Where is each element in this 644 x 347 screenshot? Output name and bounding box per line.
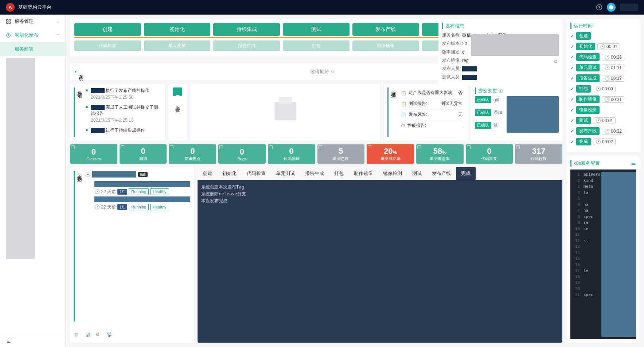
commit-change-card: 提交变更 ⓘ 已确认gitl已确认添加已确认修 (471, 84, 562, 141)
metric-单测成功率[interactable]: 20%单测成功率 (367, 144, 414, 164)
log-tab[interactable]: 完成 (456, 167, 476, 180)
log-tab[interactable]: 代码检查 (242, 167, 271, 180)
help-icon[interactable] (596, 4, 602, 11)
runtime-duration: 🕐00:31 (602, 96, 624, 103)
runtime-title: 运行时间 (570, 23, 636, 29)
log-tab[interactable]: 打包 (329, 167, 349, 180)
runtime-item: ✓发布产线🕐00:32 (570, 127, 636, 135)
k8s-code-editor[interactable]: 1apiVersion: apps/2kind3meta4 la56 na7 n… (570, 169, 636, 339)
runtime-duration: 🕐00:32 (602, 128, 624, 134)
sidebar-item-label: 服务部署 (15, 46, 59, 52)
release-info-row: 发布镜像:reg (442, 57, 559, 63)
app-title: 基础架构云平台 (18, 4, 51, 11)
commit-title: 提交变更 ⓘ (475, 87, 559, 94)
log-tab[interactable]: 创建 (198, 167, 217, 180)
svg-rect-3 (7, 20, 8, 21)
metric-代码异味[interactable]: 0代码异味 (268, 144, 315, 164)
tool-icon-4[interactable]: 📡 (106, 332, 114, 339)
service-node[interactable]: 🕐 22 天前1/1RunningHealthy (94, 196, 190, 210)
chevron-up-icon: ⌃ (56, 34, 59, 38)
commit-link[interactable]: 修 (493, 122, 498, 128)
metric-代码行数[interactable]: 317代码行数 (515, 144, 562, 164)
runtime-duration: 🕐00:02 (593, 139, 616, 145)
sidebar-item-service-mgmt[interactable]: 服务管理 ⌄ (0, 15, 65, 28)
flow-monitor-card: 流量监控 服务报错 (168, 84, 187, 141)
runtime-item: ✓初始化🕐00:01 (570, 43, 636, 50)
release-info-row: 发布版本:20 (442, 40, 559, 47)
pipeline-step[interactable]: 持续集成 (213, 23, 280, 36)
sidebar-collapse-icon[interactable] (0, 335, 65, 347)
tree-expand-icon[interactable]: − (86, 172, 90, 176)
user-avatar-icon[interactable] (607, 3, 616, 12)
check-icon: ✓ (570, 118, 574, 123)
metric-Bugs[interactable]: 0Bugs (218, 144, 266, 164)
commit-item: 已确认添加 (475, 109, 502, 116)
log-tab[interactable]: 制作镜像 (349, 167, 378, 180)
log-tab[interactable]: 单元测试 (271, 167, 300, 180)
commit-link[interactable]: gitl (493, 97, 499, 102)
metric-单测总数[interactable]: 5单测总数 (317, 144, 365, 164)
check-icon: ✓ (570, 55, 574, 60)
expand-icon[interactable] (631, 161, 636, 166)
metric-复审热点[interactable]: 0复审热点 (169, 144, 216, 164)
runtime-step-tag: 发布产线 (576, 127, 600, 135)
sidebar-item-service-deploy[interactable]: 服务部署 (0, 42, 65, 56)
sidebar-item-smart-release[interactable]: 智能化发布 ⌃ (0, 28, 65, 42)
runtime-step-tag: 完成 (576, 138, 591, 145)
user-name[interactable] (620, 4, 638, 11)
service-error-tab[interactable]: 服务报错 (173, 99, 182, 108)
log-tab[interactable]: 报告生成 (300, 167, 329, 180)
healthy-tag: Healthy (150, 188, 169, 195)
log-tab[interactable]: 镜像检测 (378, 167, 407, 180)
flow-empty-card (190, 84, 380, 141)
runtime-duration: 🕐00:26 (602, 54, 624, 61)
test-report-row: 📋测试报告:测试无异常 (399, 98, 464, 109)
runtime-duration: 🕐01:11 (602, 65, 624, 71)
healthy-tag: Healthy (150, 204, 169, 210)
tool-icon-2[interactable]: 📊 (85, 332, 92, 339)
log-tab[interactable]: 发布产线 (427, 167, 456, 180)
oplog-card: 操作记录 执行了发布产线的操作2021/3/25下午2:25:50 完成了人工测… (70, 84, 165, 141)
pipeline-substep: 打包 (283, 40, 350, 51)
metric-Classes[interactable]: 0Classes (70, 144, 117, 164)
test-report-row: 📄发布风险:无 (399, 109, 464, 120)
runtime-item: ✓制作镜像🕐00:31 (570, 95, 636, 103)
pipeline-step[interactable]: 测试 (283, 23, 350, 36)
runtime-step-tag: 创建 (576, 32, 591, 40)
runtime-step-tag: 初始化 (576, 43, 595, 50)
commit-link[interactable]: 添加 (493, 109, 502, 116)
metric-单测覆盖率[interactable]: 58%单测覆盖率 (416, 144, 464, 164)
copy-icon[interactable]: ⧉ (554, 58, 557, 64)
k8s-scrollbar[interactable] (601, 172, 636, 337)
svg-rect-6 (9, 22, 10, 23)
confirm-tag: 已确认 (475, 96, 491, 103)
service-node[interactable]: 🕐 22 天前1/1RunningHealthy (94, 181, 190, 195)
flow-monitor-tab[interactable]: 流量监控 (173, 87, 182, 96)
printer-icon (274, 102, 296, 120)
help-icon[interactable]: ⓘ (499, 88, 503, 94)
check-icon: ✓ (570, 108, 574, 113)
app-logo: A (6, 3, 15, 12)
null-tag: null (138, 172, 148, 177)
k8s-config-card: k8s服务配置 1apiVersion: apps/2kind3meta4 la… (567, 156, 640, 343)
running-tag: Running (129, 188, 149, 195)
runtime-step-tag: 代码检查 (576, 53, 600, 61)
pipeline-step[interactable]: 发布产线 (352, 23, 419, 36)
pipeline-step[interactable]: 初始化 (144, 23, 211, 36)
metric-代码重复[interactable]: 0代码重复 (466, 144, 513, 164)
runtime-duration: 🕐00:01 (593, 117, 616, 124)
tool-icon-1[interactable]: 🗑 (74, 332, 81, 339)
check-icon: ✓ (570, 86, 574, 91)
runtime-step-tag: 报告生成 (576, 74, 600, 82)
service-status-label: 服务状态 (74, 171, 83, 321)
log-tab[interactable]: 测试 (407, 167, 427, 180)
ratio-tag: 1/1 (117, 204, 127, 210)
tool-icon-3[interactable]: ⚙ (95, 332, 103, 339)
pipeline-step[interactable]: 创建 (74, 23, 141, 36)
grid-icon (6, 19, 12, 24)
metric-漏洞[interactable]: 0漏洞 (120, 144, 167, 164)
runtime-item: ✓镜像检测 (570, 106, 636, 114)
release-info-row: 发布人员: (442, 66, 559, 72)
clock-icon: 🕐 (596, 86, 601, 91)
log-tab[interactable]: 初始化 (217, 167, 242, 180)
